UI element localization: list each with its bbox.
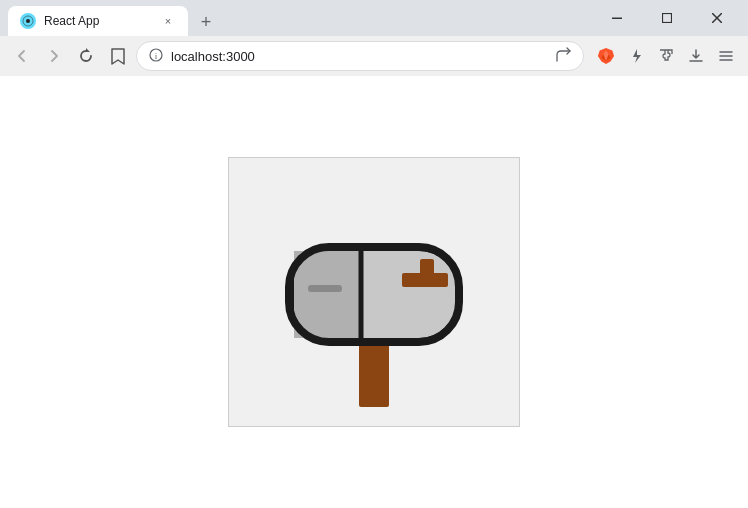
- maximize-button[interactable]: [644, 2, 690, 34]
- new-tab-button[interactable]: +: [192, 8, 220, 36]
- address-bar[interactable]: i localhost:3000: [136, 41, 584, 71]
- close-button[interactable]: [694, 2, 740, 34]
- tabs-area: React App × +: [8, 0, 586, 36]
- menu-icon[interactable]: [712, 42, 740, 70]
- minimize-button[interactable]: [594, 2, 640, 34]
- mailbox-svg: [264, 177, 484, 407]
- tab-close-button[interactable]: ×: [160, 13, 176, 29]
- active-tab[interactable]: React App ×: [8, 6, 188, 36]
- extensions-area: [592, 42, 740, 70]
- page-content: [0, 76, 748, 508]
- svg-rect-3: [663, 14, 672, 23]
- forward-button[interactable]: [40, 42, 68, 70]
- mailbox-container: [228, 157, 520, 427]
- download-icon[interactable]: [682, 42, 710, 70]
- brave-icon[interactable]: [592, 42, 620, 70]
- tab-favicon: [20, 13, 36, 29]
- extension-icon[interactable]: [622, 42, 650, 70]
- reload-button[interactable]: [72, 42, 100, 70]
- browser-chrome: React App × +: [0, 0, 748, 76]
- title-bar: React App × +: [0, 0, 748, 36]
- svg-rect-17: [332, 251, 362, 338]
- svg-text:i: i: [155, 51, 158, 61]
- security-icon: i: [149, 48, 163, 65]
- extensions-puzzle-icon[interactable]: [652, 42, 680, 70]
- nav-bar: i localhost:3000: [0, 36, 748, 76]
- tab-title: React App: [44, 14, 152, 28]
- back-button[interactable]: [8, 42, 36, 70]
- address-text: localhost:3000: [171, 49, 548, 64]
- svg-rect-18: [308, 285, 342, 292]
- bookmark-button[interactable]: [104, 42, 132, 70]
- svg-rect-2: [612, 18, 622, 20]
- svg-marker-6: [86, 48, 90, 52]
- share-icon[interactable]: [556, 47, 571, 65]
- window-controls: [594, 2, 740, 34]
- svg-point-1: [26, 19, 30, 23]
- svg-rect-20: [420, 259, 434, 287]
